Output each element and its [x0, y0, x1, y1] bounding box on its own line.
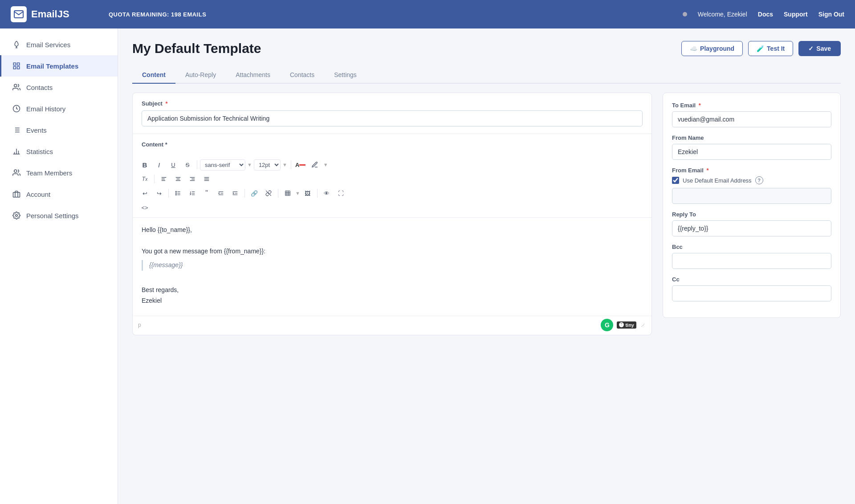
- header: EmailJS QUOTA REMAINING: 198 EMAILS Welc…: [0, 0, 855, 28]
- logo-area: EmailJS: [11, 6, 100, 22]
- align-right-button[interactable]: [186, 173, 199, 185]
- info-icon[interactable]: ?: [755, 176, 763, 184]
- highlight-button[interactable]: [308, 159, 322, 171]
- sidebar-item-email-history[interactable]: Email History: [0, 98, 118, 119]
- testit-label: Test It: [767, 45, 785, 52]
- playground-button[interactable]: ☁️ Playground: [681, 41, 743, 56]
- support-link[interactable]: Support: [784, 11, 808, 18]
- divider-3: [154, 175, 155, 183]
- svg-point-18: [14, 170, 17, 172]
- divider-2: [291, 160, 291, 169]
- align-left-button[interactable]: [157, 173, 171, 185]
- sidebar-item-account[interactable]: Account: [0, 183, 118, 205]
- page-title: My Default Template: [132, 41, 681, 56]
- editor-line-6: Ezekiel: [142, 296, 643, 306]
- use-default-checkbox[interactable]: [672, 177, 679, 184]
- page-header: My Default Template ☁️ Playground 🧪 Test…: [132, 41, 841, 56]
- sidebar-item-statistics[interactable]: Statistics: [0, 141, 118, 162]
- signout-link[interactable]: Sign Out: [818, 11, 844, 18]
- bcc-input[interactable]: [672, 253, 831, 269]
- reply-to-field: Reply To: [672, 211, 831, 236]
- image-button[interactable]: 🖼: [301, 187, 314, 199]
- tab-attachments[interactable]: Attachments: [226, 67, 280, 84]
- tinymce-icon: 🅣 tiny: [617, 321, 636, 329]
- tab-auto-reply[interactable]: Auto-Reply: [175, 67, 226, 84]
- from-name-label: From Name: [672, 134, 831, 141]
- table-button[interactable]: [281, 187, 294, 199]
- align-center-button[interactable]: [171, 173, 185, 185]
- app-body: Email Services Email Templates Contact: [0, 28, 855, 504]
- welcome-text: Welcome, Ezekiel: [698, 11, 747, 18]
- from-name-field: From Name: [672, 134, 831, 160]
- strikethrough-button[interactable]: S: [181, 159, 194, 171]
- undo-button[interactable]: ↩: [138, 187, 151, 199]
- sidebar-label-email-services: Email Services: [26, 41, 70, 49]
- resize-handle[interactable]: ⟋: [640, 321, 646, 329]
- font-family-select[interactable]: sans-serif serif monospace: [200, 159, 245, 171]
- sidebar-item-events[interactable]: Events: [0, 119, 118, 141]
- fullscreen-button[interactable]: ⛶: [334, 187, 348, 199]
- redo-button[interactable]: ↪: [152, 187, 166, 199]
- divider-7: [317, 189, 318, 198]
- main-content: My Default Template ☁️ Playground 🧪 Test…: [118, 28, 855, 504]
- save-icon: ✓: [808, 45, 814, 52]
- blockquote-button[interactable]: ": [200, 187, 213, 199]
- bar-icon: [12, 147, 21, 156]
- users-icon: [12, 168, 21, 177]
- font-color-button[interactable]: A: [294, 159, 307, 171]
- to-email-field: To Email *: [672, 102, 831, 127]
- from-email-input[interactable]: [672, 188, 831, 204]
- tab-contacts[interactable]: Contacts: [280, 67, 324, 84]
- numbered-list-button[interactable]: [186, 187, 199, 199]
- editor-footer: p G 🅣 tiny ⟋: [133, 316, 651, 335]
- unlink-button[interactable]: [262, 187, 275, 199]
- code-button[interactable]: <>: [138, 201, 151, 214]
- from-email-label: From Email *: [672, 167, 831, 174]
- save-label: Save: [816, 45, 831, 52]
- to-email-required: *: [699, 102, 701, 109]
- toolbar-row-3: ↩ ↪ ": [138, 187, 646, 199]
- to-email-input[interactable]: [672, 111, 831, 127]
- svg-point-20: [16, 215, 18, 217]
- sidebar-label-statistics: Statistics: [26, 148, 53, 155]
- italic-button[interactable]: I: [152, 159, 166, 171]
- reply-to-input[interactable]: [672, 220, 831, 236]
- sidebar-item-contacts[interactable]: Contacts: [0, 77, 118, 98]
- list-icon: [12, 126, 21, 134]
- docs-link[interactable]: Docs: [758, 11, 773, 18]
- contacts-icon: [12, 83, 21, 92]
- sidebar-item-personal-settings[interactable]: Personal Settings: [0, 205, 118, 226]
- bcc-field: Bcc: [672, 244, 831, 269]
- save-button[interactable]: ✓ Save: [798, 41, 841, 56]
- sidebar-item-team-members[interactable]: Team Members: [0, 162, 118, 183]
- indent-increase-button[interactable]: [228, 187, 242, 199]
- underline-button[interactable]: U: [167, 159, 180, 171]
- quota-text: QUOTA REMAINING: 198 EMAILS: [109, 11, 674, 18]
- tab-settings[interactable]: Settings: [324, 67, 366, 84]
- clear-format-button[interactable]: Tx: [138, 173, 151, 185]
- testit-button[interactable]: 🧪 Test It: [748, 41, 793, 56]
- from-email-field: From Email * Use Default Email Address ?: [672, 167, 831, 204]
- svg-rect-19: [13, 192, 20, 197]
- svg-rect-3: [17, 63, 20, 65]
- bullet-list-button[interactable]: [171, 187, 185, 199]
- from-name-input[interactable]: [672, 144, 831, 160]
- subject-section: Subject *: [133, 93, 651, 134]
- subject-input[interactable]: [142, 110, 643, 126]
- cc-input[interactable]: [672, 285, 831, 301]
- link-button[interactable]: 🔗: [248, 187, 261, 199]
- bold-button[interactable]: B: [138, 159, 151, 171]
- logo-icon: [11, 6, 27, 22]
- svg-rect-5: [17, 67, 20, 69]
- align-justify-button[interactable]: [200, 173, 213, 185]
- preview-button[interactable]: 👁: [320, 187, 334, 199]
- font-size-select[interactable]: 12pt 10pt 14pt 18pt: [254, 159, 281, 171]
- indent-decrease-button[interactable]: [214, 187, 228, 199]
- tab-content[interactable]: Content: [132, 67, 175, 84]
- editor-body[interactable]: Hello {{to_name}}, You got a new message…: [133, 218, 651, 316]
- svg-rect-2: [13, 63, 16, 65]
- content-grid: Subject * Content * B I U S: [132, 93, 841, 335]
- sidebar-item-email-templates[interactable]: Email Templates: [0, 55, 118, 77]
- sidebar-item-email-services[interactable]: Email Services: [0, 34, 118, 55]
- svg-point-6: [14, 84, 17, 87]
